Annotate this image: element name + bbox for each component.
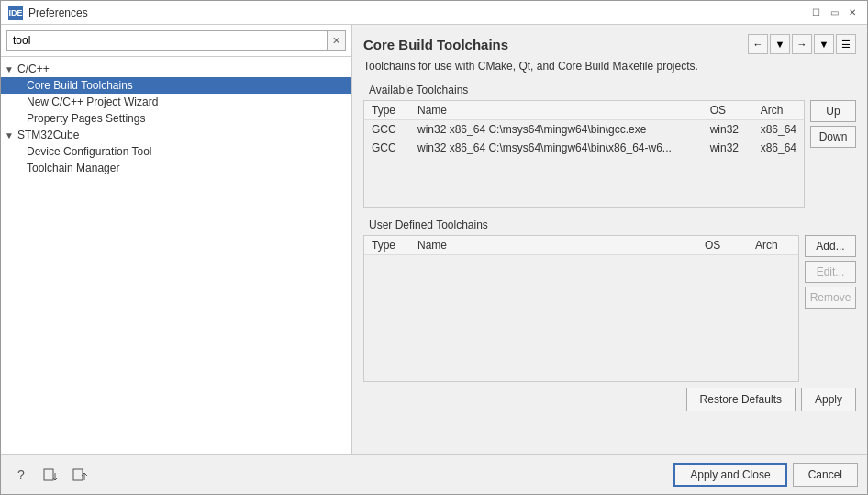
nav-back-button[interactable]: ← bbox=[748, 34, 768, 54]
panel-description: Toolchains for use with CMake, Qt, and C… bbox=[363, 60, 856, 73]
panel-nav: ← ▼ → ▼ ☰ bbox=[748, 34, 856, 54]
tree-label-core-build-toolchains: Core Build Toolchains bbox=[27, 79, 133, 92]
nav-forward-dropdown-button[interactable]: ▼ bbox=[814, 34, 834, 54]
cancel-button[interactable]: Cancel bbox=[793, 463, 858, 487]
preferences-window: IDE Preferences ☐ ▭ ✕ ✕ ▼ C/C++ bbox=[0, 0, 868, 495]
user-table-row-empty bbox=[364, 255, 798, 272]
col-header-type-available: Type bbox=[364, 101, 410, 120]
export-icon-button[interactable] bbox=[39, 464, 61, 486]
tree-children-stm32cube: Device Configuration Tool Toolchain Mana… bbox=[1, 143, 351, 176]
bottom-bar: Restore Defaults Apply bbox=[363, 382, 856, 417]
tree-label-device-config-tool: Device Configuration Tool bbox=[27, 145, 152, 158]
cell-type-2: GCC bbox=[364, 139, 410, 157]
cell-name-1: win32 x86_64 C:\msys64\mingw64\bin\gcc.e… bbox=[410, 120, 703, 140]
apply-button[interactable]: Apply bbox=[801, 388, 856, 411]
tree-label-property-pages-settings: Property Pages Settings bbox=[27, 112, 145, 125]
table-row-empty bbox=[364, 174, 804, 190]
title-bar-buttons: ☐ ▭ ✕ bbox=[808, 6, 860, 20]
tree-item-cpp[interactable]: ▼ C/C++ bbox=[1, 61, 351, 77]
svg-rect-0 bbox=[44, 469, 53, 480]
col-header-arch-available: Arch bbox=[753, 101, 804, 120]
svg-rect-2 bbox=[73, 469, 83, 480]
tree-item-toolchain-manager[interactable]: Toolchain Manager bbox=[1, 160, 351, 176]
tree-item-new-cpp-project-wizard[interactable]: New C/C++ Project Wizard bbox=[1, 94, 351, 110]
tree-label-cpp: C/C++ bbox=[17, 62, 50, 75]
tree-children-cpp: Core Build Toolchains New C/C++ Project … bbox=[1, 77, 351, 127]
tree-expand-cpp: ▼ bbox=[5, 64, 17, 74]
user-defined-toolchains-section: User Defined Toolchains Type Name OS Arc… bbox=[363, 215, 856, 382]
cell-os-2: win32 bbox=[703, 139, 753, 157]
available-toolchains-section: Available Toolchains Type Name OS Arch bbox=[363, 80, 856, 208]
available-toolchains-content: Type Name OS Arch GCC win32 x86_64 C:\ms… bbox=[363, 100, 856, 208]
tree-expand-stm32cube: ▼ bbox=[5, 130, 17, 141]
table-row[interactable]: GCC win32 x86_64 C:\msys64\mingw64\bin\g… bbox=[364, 120, 804, 140]
available-toolchains-table-box: Type Name OS Arch GCC win32 x86_64 C:\ms… bbox=[363, 100, 805, 208]
cell-arch-2: x86_64 bbox=[753, 139, 804, 157]
header-row: Core Build Toolchains ← ▼ → ▼ ☰ bbox=[363, 34, 856, 54]
up-button[interactable]: Up bbox=[810, 100, 856, 122]
search-clear-button[interactable]: ✕ bbox=[328, 30, 346, 51]
down-button[interactable]: Down bbox=[810, 126, 856, 148]
user-defined-table: Type Name OS Arch bbox=[364, 236, 798, 272]
tree-area: ▼ C/C++ Core Build Toolchains New C/C++ … bbox=[1, 57, 351, 454]
cell-name-2: win32 x86_64 C:\msys64\mingw64\bin\x86_6… bbox=[410, 139, 703, 157]
col-header-type-user: Type bbox=[364, 236, 410, 255]
footer-right: Apply and Close Cancel bbox=[673, 463, 858, 487]
apply-and-close-button[interactable]: Apply and Close bbox=[673, 463, 786, 487]
table-row[interactable]: GCC win32 x86_64 C:\msys64\mingw64\bin\x… bbox=[364, 139, 804, 157]
user-defined-toolchains-content: Type Name OS Arch Ad bbox=[363, 235, 856, 382]
restore-defaults-button[interactable]: Restore Defaults bbox=[686, 388, 796, 411]
import-icon-button[interactable] bbox=[69, 464, 91, 486]
left-panel: ✕ ▼ C/C++ Core Build Toolchains New C/C+… bbox=[1, 25, 352, 454]
col-header-arch-user: Arch bbox=[748, 236, 798, 255]
user-defined-table-box: Type Name OS Arch bbox=[363, 235, 799, 382]
tree-label-new-cpp-project-wizard: New C/C++ Project Wizard bbox=[27, 96, 158, 108]
col-header-name-available: Name bbox=[410, 101, 703, 120]
col-header-name-user: Name bbox=[410, 236, 697, 255]
search-input[interactable] bbox=[6, 30, 328, 51]
nav-menu-button[interactable]: ☰ bbox=[836, 34, 856, 54]
tree-label-toolchain-manager: Toolchain Manager bbox=[27, 162, 119, 174]
available-toolchains-table: Type Name OS Arch GCC win32 x86_64 C:\ms… bbox=[364, 101, 804, 207]
help-icon-button[interactable]: ? bbox=[10, 464, 32, 486]
main-content: ✕ ▼ C/C++ Core Build Toolchains New C/C+… bbox=[1, 25, 867, 454]
available-toolchains-label: Available Toolchains bbox=[363, 80, 856, 100]
title-bar: IDE Preferences ☐ ▭ ✕ bbox=[1, 1, 867, 25]
close-button[interactable]: ✕ bbox=[845, 6, 860, 20]
tree-item-device-config-tool[interactable]: Device Configuration Tool bbox=[1, 143, 351, 160]
footer-left: ? bbox=[10, 464, 91, 486]
remove-button[interactable]: Remove bbox=[805, 287, 856, 309]
cell-os-1: win32 bbox=[703, 120, 753, 140]
add-button[interactable]: Add... bbox=[805, 235, 856, 257]
tree-item-stm32cube[interactable]: ▼ STM32Cube bbox=[1, 127, 351, 143]
app-icon: IDE bbox=[8, 6, 23, 20]
tree-item-core-build-toolchains[interactable]: Core Build Toolchains bbox=[1, 77, 351, 94]
minimize-button[interactable]: ☐ bbox=[808, 6, 823, 20]
available-side-buttons: Up Down bbox=[810, 100, 856, 208]
cell-arch-1: x86_64 bbox=[753, 120, 804, 140]
edit-button[interactable]: Edit... bbox=[805, 261, 856, 283]
table-row-empty bbox=[364, 190, 804, 207]
col-header-os-available: OS bbox=[703, 101, 753, 120]
cell-type-1: GCC bbox=[364, 120, 410, 140]
tree-label-stm32cube: STM32Cube bbox=[17, 129, 79, 141]
nav-back-dropdown-button[interactable]: ▼ bbox=[770, 34, 790, 54]
panel-title: Core Build Toolchains bbox=[363, 37, 748, 52]
search-container: ✕ bbox=[1, 25, 351, 57]
user-defined-toolchains-label: User Defined Toolchains bbox=[363, 215, 856, 235]
tree-item-property-pages-settings[interactable]: Property Pages Settings bbox=[1, 110, 351, 127]
col-header-os-user: OS bbox=[697, 236, 748, 255]
user-side-buttons: Add... Edit... Remove bbox=[805, 235, 856, 382]
right-panel: Core Build Toolchains ← ▼ → ▼ ☰ Toolchai… bbox=[352, 25, 867, 454]
maximize-button[interactable]: ▭ bbox=[827, 6, 841, 20]
table-row-empty bbox=[364, 157, 804, 174]
footer: ? Apply and Close Cancel bbox=[1, 454, 867, 494]
nav-forward-button[interactable]: → bbox=[792, 34, 812, 54]
window-title: Preferences bbox=[28, 6, 808, 19]
